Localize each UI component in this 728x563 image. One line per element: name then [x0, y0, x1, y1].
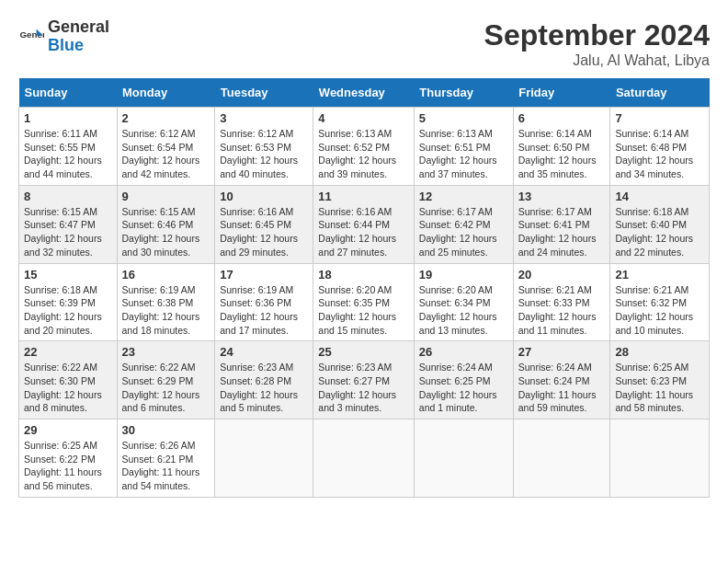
calendar-day-cell: 4Sunrise: 6:13 AM Sunset: 6:52 PM Daylig…	[313, 108, 415, 186]
page-header: General GeneralBlue September 2024 Jalu,…	[18, 18, 710, 69]
calendar-day-cell: 13Sunrise: 6:17 AM Sunset: 6:41 PM Dayli…	[513, 185, 610, 263]
day-info: Sunrise: 6:17 AM Sunset: 6:42 PM Dayligh…	[419, 205, 508, 259]
weekday-header: Friday	[513, 78, 610, 108]
calendar-day-cell: 3Sunrise: 6:12 AM Sunset: 6:53 PM Daylig…	[215, 108, 313, 186]
day-info: Sunrise: 6:21 AM Sunset: 6:32 PM Dayligh…	[615, 283, 704, 338]
calendar-week-row: 1Sunrise: 6:11 AM Sunset: 6:55 PM Daylig…	[19, 108, 710, 186]
day-info: Sunrise: 6:12 AM Sunset: 6:53 PM Dayligh…	[220, 127, 308, 181]
day-info: Sunrise: 6:17 AM Sunset: 6:41 PM Dayligh…	[518, 205, 606, 259]
calendar-day-cell: 20Sunrise: 6:21 AM Sunset: 6:33 PM Dayli…	[513, 263, 610, 341]
calendar-table: SundayMondayTuesdayWednesdayThursdayFrid…	[18, 78, 710, 498]
calendar-week-row: 15Sunrise: 6:18 AM Sunset: 6:39 PM Dayli…	[19, 263, 710, 341]
location: Jalu, Al Wahat, Libya	[484, 52, 710, 69]
calendar-day-cell	[513, 419, 610, 498]
calendar-day-cell: 10Sunrise: 6:16 AM Sunset: 6:45 PM Dayli…	[215, 185, 313, 263]
day-info: Sunrise: 6:19 AM Sunset: 6:36 PM Dayligh…	[220, 283, 308, 338]
day-info: Sunrise: 6:15 AM Sunset: 6:47 PM Dayligh…	[24, 205, 112, 259]
day-number: 24	[220, 345, 308, 359]
day-info: Sunrise: 6:14 AM Sunset: 6:48 PM Dayligh…	[615, 127, 704, 181]
calendar-day-cell	[215, 419, 313, 498]
day-number: 23	[122, 345, 210, 359]
calendar-day-cell: 30Sunrise: 6:26 AM Sunset: 6:21 PM Dayli…	[117, 419, 215, 498]
weekday-header: Tuesday	[215, 78, 313, 108]
calendar-day-cell: 29Sunrise: 6:25 AM Sunset: 6:22 PM Dayli…	[19, 419, 118, 498]
day-number: 10	[220, 190, 308, 203]
weekday-header: Sunday	[19, 78, 118, 108]
day-number: 25	[318, 345, 409, 359]
weekday-header: Saturday	[610, 78, 710, 108]
calendar-day-cell	[414, 419, 513, 498]
calendar-day-cell: 23Sunrise: 6:22 AM Sunset: 6:29 PM Dayli…	[117, 341, 215, 419]
day-number: 14	[615, 190, 704, 203]
day-info: Sunrise: 6:20 AM Sunset: 6:34 PM Dayligh…	[419, 283, 508, 338]
day-info: Sunrise: 6:16 AM Sunset: 6:44 PM Dayligh…	[318, 205, 409, 259]
day-info: Sunrise: 6:21 AM Sunset: 6:33 PM Dayligh…	[518, 283, 606, 338]
day-number: 8	[24, 190, 112, 203]
calendar-week-row: 29Sunrise: 6:25 AM Sunset: 6:22 PM Dayli…	[19, 419, 710, 498]
day-number: 29	[24, 423, 112, 437]
calendar-day-cell: 24Sunrise: 6:23 AM Sunset: 6:28 PM Dayli…	[215, 341, 313, 419]
day-number: 21	[615, 268, 704, 282]
logo-icon: General	[18, 24, 44, 50]
day-number: 28	[615, 345, 704, 359]
calendar-day-cell: 17Sunrise: 6:19 AM Sunset: 6:36 PM Dayli…	[215, 263, 313, 341]
day-number: 15	[24, 268, 112, 282]
day-info: Sunrise: 6:13 AM Sunset: 6:52 PM Dayligh…	[318, 127, 409, 181]
day-info: Sunrise: 6:23 AM Sunset: 6:27 PM Dayligh…	[318, 361, 409, 415]
day-info: Sunrise: 6:15 AM Sunset: 6:46 PM Dayligh…	[122, 205, 210, 259]
day-info: Sunrise: 6:18 AM Sunset: 6:39 PM Dayligh…	[24, 283, 112, 338]
day-number: 16	[122, 268, 210, 282]
weekday-header: Wednesday	[313, 78, 415, 108]
day-number: 26	[419, 345, 508, 359]
day-number: 1	[24, 111, 112, 125]
day-info: Sunrise: 6:22 AM Sunset: 6:29 PM Dayligh…	[122, 361, 210, 415]
day-number: 12	[419, 190, 508, 203]
day-info: Sunrise: 6:12 AM Sunset: 6:54 PM Dayligh…	[122, 127, 210, 181]
day-number: 17	[220, 268, 308, 282]
day-info: Sunrise: 6:13 AM Sunset: 6:51 PM Dayligh…	[419, 127, 508, 181]
day-info: Sunrise: 6:19 AM Sunset: 6:38 PM Dayligh…	[122, 283, 210, 338]
day-number: 30	[122, 423, 210, 437]
calendar-day-cell: 8Sunrise: 6:15 AM Sunset: 6:47 PM Daylig…	[19, 185, 118, 263]
calendar-week-row: 22Sunrise: 6:22 AM Sunset: 6:30 PM Dayli…	[19, 341, 710, 419]
day-number: 27	[518, 345, 606, 359]
day-info: Sunrise: 6:24 AM Sunset: 6:24 PM Dayligh…	[518, 361, 606, 415]
day-number: 19	[419, 268, 508, 282]
calendar-day-cell: 19Sunrise: 6:20 AM Sunset: 6:34 PM Dayli…	[414, 263, 513, 341]
day-number: 6	[518, 111, 606, 125]
calendar-day-cell: 1Sunrise: 6:11 AM Sunset: 6:55 PM Daylig…	[19, 108, 118, 186]
calendar-day-cell: 27Sunrise: 6:24 AM Sunset: 6:24 PM Dayli…	[513, 341, 610, 419]
logo: General GeneralBlue	[18, 18, 109, 55]
calendar-day-cell: 2Sunrise: 6:12 AM Sunset: 6:54 PM Daylig…	[117, 108, 215, 186]
calendar-day-cell: 7Sunrise: 6:14 AM Sunset: 6:48 PM Daylig…	[610, 108, 710, 186]
day-info: Sunrise: 6:25 AM Sunset: 6:23 PM Dayligh…	[615, 361, 704, 415]
title-area: September 2024 Jalu, Al Wahat, Libya	[484, 18, 710, 69]
day-info: Sunrise: 6:22 AM Sunset: 6:30 PM Dayligh…	[24, 361, 112, 415]
calendar-day-cell: 15Sunrise: 6:18 AM Sunset: 6:39 PM Dayli…	[19, 263, 118, 341]
day-number: 11	[318, 190, 409, 203]
calendar-day-cell: 21Sunrise: 6:21 AM Sunset: 6:32 PM Dayli…	[610, 263, 710, 341]
calendar-day-cell: 14Sunrise: 6:18 AM Sunset: 6:40 PM Dayli…	[610, 185, 710, 263]
day-number: 3	[220, 111, 308, 125]
calendar-day-cell: 5Sunrise: 6:13 AM Sunset: 6:51 PM Daylig…	[414, 108, 513, 186]
weekday-header-row: SundayMondayTuesdayWednesdayThursdayFrid…	[19, 78, 710, 108]
day-info: Sunrise: 6:26 AM Sunset: 6:21 PM Dayligh…	[122, 439, 210, 493]
day-info: Sunrise: 6:23 AM Sunset: 6:28 PM Dayligh…	[220, 361, 308, 415]
day-number: 20	[518, 268, 606, 282]
day-info: Sunrise: 6:14 AM Sunset: 6:50 PM Dayligh…	[518, 127, 606, 181]
calendar-day-cell: 11Sunrise: 6:16 AM Sunset: 6:44 PM Dayli…	[313, 185, 415, 263]
day-info: Sunrise: 6:20 AM Sunset: 6:35 PM Dayligh…	[318, 283, 409, 338]
weekday-header: Monday	[117, 78, 215, 108]
calendar-day-cell	[313, 419, 415, 498]
calendar-day-cell: 6Sunrise: 6:14 AM Sunset: 6:50 PM Daylig…	[513, 108, 610, 186]
day-info: Sunrise: 6:16 AM Sunset: 6:45 PM Dayligh…	[220, 205, 308, 259]
calendar-day-cell: 16Sunrise: 6:19 AM Sunset: 6:38 PM Dayli…	[117, 263, 215, 341]
calendar-day-cell: 26Sunrise: 6:24 AM Sunset: 6:25 PM Dayli…	[414, 341, 513, 419]
day-number: 5	[419, 111, 508, 125]
day-info: Sunrise: 6:18 AM Sunset: 6:40 PM Dayligh…	[615, 205, 704, 259]
day-info: Sunrise: 6:11 AM Sunset: 6:55 PM Dayligh…	[24, 127, 112, 181]
calendar-day-cell: 28Sunrise: 6:25 AM Sunset: 6:23 PM Dayli…	[610, 341, 710, 419]
day-number: 18	[318, 268, 409, 282]
day-number: 7	[615, 111, 704, 125]
day-info: Sunrise: 6:25 AM Sunset: 6:22 PM Dayligh…	[24, 439, 112, 493]
